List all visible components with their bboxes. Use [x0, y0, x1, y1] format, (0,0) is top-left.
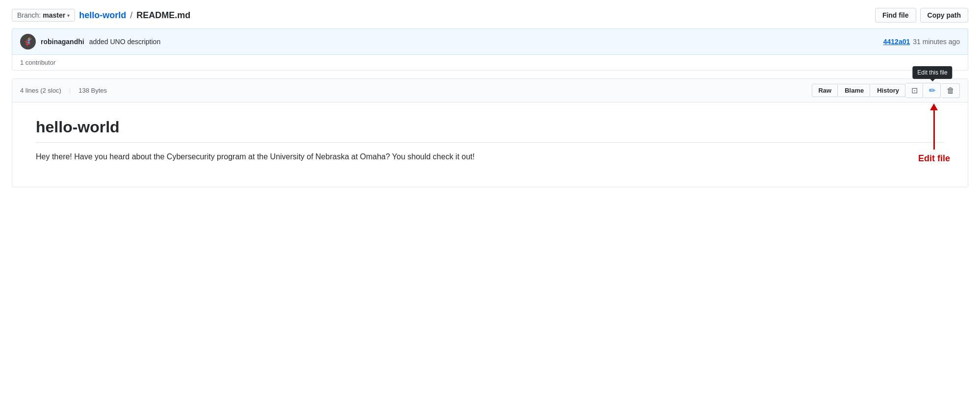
- top-bar-actions: Find file Copy path: [875, 8, 968, 23]
- raw-button[interactable]: Raw: [812, 84, 838, 97]
- monitor-icon: ⊡: [911, 86, 918, 95]
- meta-separator: |: [69, 87, 71, 94]
- delete-file-button[interactable]: 🗑: [942, 83, 960, 98]
- readme-title: hello-world: [36, 118, 944, 143]
- contributors-bar: 1 contributor: [12, 55, 968, 71]
- edit-tooltip: Edit this file: [912, 66, 952, 79]
- commit-info-left: 🦸 robinagandhi added UNO description: [20, 34, 160, 50]
- commit-message: added UNO description: [89, 38, 161, 46]
- display-mode-button[interactable]: ⊡: [906, 83, 923, 98]
- commit-author[interactable]: robinagandhi: [41, 38, 84, 46]
- edit-file-wrapper: Edit this file ✏: [924, 83, 941, 98]
- branch-name: master: [43, 11, 65, 19]
- file-name: README.md: [136, 10, 190, 21]
- file-header: 4 lines (2 sloc) | 138 Bytes Raw Blame H…: [12, 79, 968, 102]
- file-content: hello-world Hey there! Have you heard ab…: [12, 102, 968, 187]
- commit-time: 31 minutes ago: [913, 38, 960, 46]
- breadcrumb-separator: /: [130, 10, 132, 21]
- file-size: 138 Bytes: [78, 87, 107, 94]
- blame-button[interactable]: Blame: [839, 84, 870, 97]
- commit-hash[interactable]: 4412a01: [883, 38, 910, 46]
- history-button[interactable]: History: [871, 84, 905, 97]
- edit-file-button[interactable]: ✏: [924, 83, 941, 98]
- chevron-down-icon: ▾: [67, 13, 70, 18]
- file-lines: 4 lines (2 sloc): [20, 87, 61, 94]
- breadcrumb: Branch: master ▾ hello-world / README.md: [12, 9, 190, 22]
- commit-info-right: 4412a01 31 minutes ago: [883, 38, 960, 46]
- contributors-label: 1 contributor: [20, 59, 55, 66]
- pencil-icon: ✏: [929, 86, 935, 95]
- readme-body: Hey there! Have you heard about the Cybe…: [36, 150, 944, 163]
- repo-link[interactable]: hello-world: [79, 10, 126, 21]
- avatar: 🦸: [20, 34, 36, 50]
- branch-selector[interactable]: Branch: master ▾: [12, 9, 75, 22]
- find-file-button[interactable]: Find file: [875, 8, 916, 23]
- file-meta: 4 lines (2 sloc) | 138 Bytes: [20, 87, 107, 94]
- commit-bar: 🦸 robinagandhi added UNO description 441…: [12, 28, 968, 55]
- file-view: 4 lines (2 sloc) | 138 Bytes Raw Blame H…: [12, 78, 968, 187]
- copy-path-button[interactable]: Copy path: [920, 8, 968, 23]
- file-actions: Raw Blame History ⊡ Edit this file ✏ 🗑: [812, 83, 960, 98]
- trash-icon: 🗑: [947, 86, 954, 95]
- branch-label: Branch:: [17, 11, 41, 19]
- top-bar: Branch: master ▾ hello-world / README.md…: [12, 8, 968, 23]
